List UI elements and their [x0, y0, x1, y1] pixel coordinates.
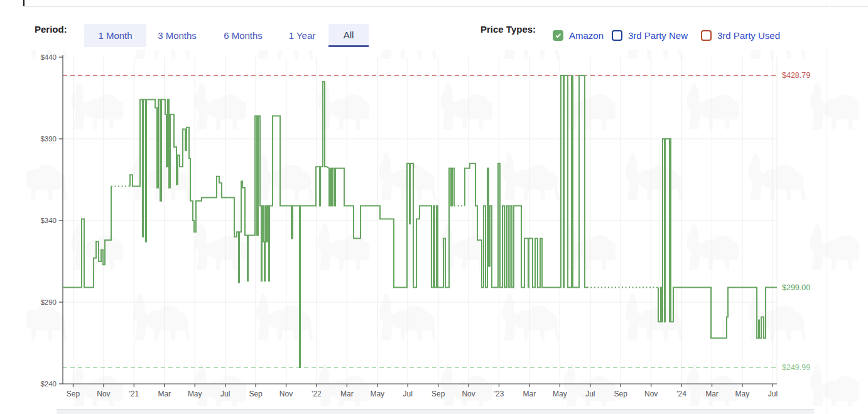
svg-text:Jul: Jul — [768, 389, 778, 398]
price-type-3rd-party-new[interactable]: 3rd Party New — [612, 24, 688, 47]
svg-text:Mar: Mar — [340, 389, 354, 398]
svg-text:'23: '23 — [494, 389, 504, 398]
price-type-amazon[interactable]: Amazon — [553, 24, 604, 47]
price-types-label: Price Types: — [480, 24, 536, 35]
svg-text:Sep: Sep — [614, 389, 628, 398]
tab-all[interactable]: All — [328, 24, 369, 47]
svg-text:$440: $440 — [40, 53, 57, 61]
tab-3-months[interactable]: 3 Months — [151, 24, 203, 47]
third-party-new-label[interactable]: 3rd Party New — [628, 30, 688, 41]
amazon-checkbox[interactable] — [553, 30, 563, 41]
svg-text:$390: $390 — [40, 135, 57, 143]
svg-text:May: May — [370, 389, 384, 398]
svg-text:Nov: Nov — [644, 389, 658, 398]
tab-1-month[interactable]: 1 Month — [84, 24, 146, 47]
svg-text:Nov: Nov — [97, 389, 110, 398]
period-label: Period: — [35, 24, 67, 35]
svg-text:Sep: Sep — [249, 389, 263, 398]
svg-text:Nov: Nov — [462, 389, 475, 398]
svg-text:'22: '22 — [312, 389, 322, 398]
current-price-annotation: $299.00 — [782, 283, 810, 293]
svg-text:May: May — [553, 389, 567, 398]
price-history-page: $440$390$340$290$240SepNov'21MarMayJulSe… — [0, 0, 868, 414]
svg-text:Jul: Jul — [220, 389, 230, 398]
svg-text:Jul: Jul — [585, 389, 595, 398]
third-party-used-checkbox[interactable] — [701, 30, 712, 41]
svg-text:$340: $340 — [40, 217, 57, 224]
lowest-price-annotation: $249.99 — [782, 362, 810, 373]
check-icon — [556, 33, 561, 38]
tab-6-months[interactable]: 6 Months — [217, 24, 269, 47]
chart-toolbar: Period: 1 Month 3 Months 6 Months 1 Year… — [0, 7, 868, 47]
svg-text:May: May — [188, 389, 202, 398]
next-section-edge — [57, 409, 814, 414]
svg-text:$240: $240 — [40, 380, 57, 388]
svg-text:'24: '24 — [676, 389, 686, 398]
svg-text:Jul: Jul — [403, 389, 413, 398]
tab-1-year[interactable]: 1 Year — [283, 24, 322, 47]
price-type-3rd-party-used[interactable]: 3rd Party Used — [701, 24, 780, 47]
svg-text:Mar: Mar — [705, 389, 719, 398]
svg-text:Nov: Nov — [279, 389, 293, 398]
svg-text:May: May — [735, 389, 750, 398]
price-history-chart: $440$390$340$290$240SepNov'21MarMayJulSe… — [0, 0, 868, 414]
third-party-used-label[interactable]: 3rd Party Used — [717, 30, 780, 41]
svg-text:'21: '21 — [129, 389, 139, 398]
amazon-label[interactable]: Amazon — [569, 30, 604, 41]
svg-text:Mar: Mar — [158, 389, 171, 398]
highest-price-annotation: $428.79 — [782, 70, 810, 80]
svg-text:$290: $290 — [40, 298, 57, 306]
svg-text:Sep: Sep — [67, 389, 80, 398]
third-party-new-checkbox[interactable] — [612, 30, 622, 41]
svg-text:Sep: Sep — [431, 389, 445, 398]
svg-text:Mar: Mar — [523, 389, 536, 398]
